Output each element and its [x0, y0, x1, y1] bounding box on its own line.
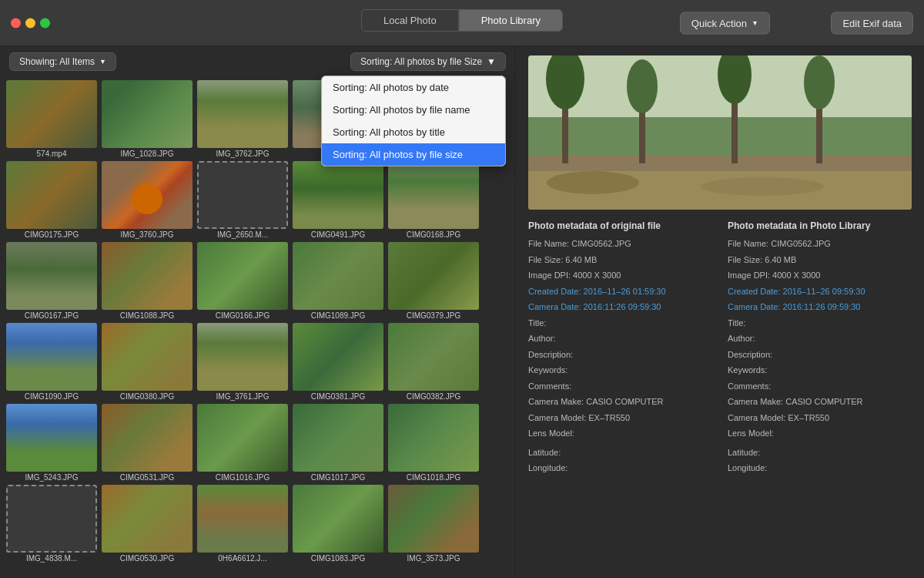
- meta-row: Author:: [728, 332, 912, 345]
- minimize-button[interactable]: [25, 18, 35, 28]
- meta-row: Comments:: [728, 380, 912, 393]
- photo-label: IMG_3573.JPG: [388, 554, 479, 563]
- meta-row: Camera Model: EX–TR550: [528, 412, 712, 425]
- photo-label: CIMG1083.JPG: [293, 554, 383, 563]
- photo-label: CIMG0491.JPG: [293, 230, 383, 239]
- list-item[interactable]: CIMG1088.JPG: [102, 242, 192, 320]
- meta-row: File Name: CIMG0562.JPG: [528, 237, 712, 250]
- sort-dropdown-menu: Sorting: All photos by date Sorting: All…: [321, 76, 506, 166]
- metadata-left-header: Photo metadata of original file: [528, 220, 712, 231]
- sort-dropdown-wrapper: Sorting: All photos by file Size ▼ Sorti…: [350, 52, 506, 71]
- metadata-left-column: Photo metadata of original file File Nam…: [528, 220, 712, 478]
- sort-option-date[interactable]: Sorting: All photos by date: [322, 76, 505, 99]
- list-item[interactable]: CIMG0491.JPG: [293, 161, 383, 239]
- sort-option-filename[interactable]: Sorting: All photos by file name: [322, 99, 505, 121]
- photo-thumbnail: [6, 323, 97, 391]
- list-item[interactable]: CIMG0530.JPG: [102, 485, 192, 563]
- close-button[interactable]: [11, 18, 21, 28]
- toolbar-row: Showing: All Items ▼ Sorting: All photos…: [0, 46, 515, 77]
- list-item[interactable]: CIMG0379.JPG: [388, 242, 479, 320]
- list-item[interactable]: CIMG0167.JPG: [6, 242, 97, 320]
- photo-thumbnail: [293, 242, 383, 310]
- list-item[interactable]: CIMG0168.JPG: [388, 161, 479, 239]
- quick-action-button[interactable]: Quick Action ▼: [680, 12, 770, 34]
- list-item[interactable]: CIMG0382.JPG: [388, 323, 479, 401]
- list-item[interactable]: CIMG1016.JPG: [197, 404, 288, 482]
- metadata-right-column: Photo metadata in Photo Library File Nam…: [728, 220, 912, 478]
- grid-row: CIMG0167.JPG CIMG1088.JPG CIMG0166.JPG C…: [6, 242, 509, 320]
- photo-thumbnail: [6, 485, 97, 553]
- meta-row-created-date: Created Date: 2016–11–26 01:59:30: [528, 285, 712, 298]
- meta-row: Comments:: [528, 380, 712, 393]
- list-item[interactable]: CIMG0166.JPG: [197, 242, 288, 320]
- tab-photo-library[interactable]: Photo Library: [459, 9, 563, 32]
- list-item[interactable]: IMG_2650.M...: [197, 161, 288, 239]
- sort-label: Sorting: All photos by file Size: [360, 56, 482, 67]
- meta-row: Image DPI: 4000 X 3000: [528, 269, 712, 282]
- meta-row: Latitude:: [728, 446, 912, 459]
- photo-thumbnail: [293, 404, 383, 472]
- photo-label: IMG_4838.M...: [6, 554, 97, 563]
- meta-row: Keywords:: [528, 364, 712, 377]
- svg-point-13: [701, 177, 824, 196]
- photo-label: CIMG0166.JPG: [197, 311, 288, 320]
- photo-label: CIMG0168.JPG: [388, 230, 479, 239]
- list-item[interactable]: IMG_3573.JPG: [388, 485, 479, 563]
- photo-thumbnail: [6, 161, 97, 229]
- left-panel: Showing: All Items ▼ Sorting: All photos…: [0, 46, 516, 578]
- tab-local-photo[interactable]: Local Photo: [361, 9, 459, 32]
- photo-label: IMG_3760.JPG: [102, 230, 192, 239]
- list-item[interactable]: IMG_3761.JPG: [197, 323, 288, 401]
- list-item[interactable]: 574.mp4: [6, 80, 97, 158]
- traffic-lights: [11, 18, 50, 28]
- list-item[interactable]: CIMG0175.JPG: [6, 161, 97, 239]
- list-item[interactable]: CIMG0381.JPG: [293, 323, 383, 401]
- photo-thumbnail: [102, 161, 192, 229]
- sort-arrow-icon: ▼: [487, 56, 496, 67]
- list-item[interactable]: CIMG1089.JPG: [293, 242, 383, 320]
- list-item[interactable]: CIMG1018.JPG: [388, 404, 479, 482]
- list-item[interactable]: CIMG0380.JPG: [102, 323, 192, 401]
- list-item[interactable]: CIMG1083.JPG: [293, 485, 383, 563]
- list-item[interactable]: IMG_5243.JPG: [6, 404, 97, 482]
- list-item[interactable]: IMG_1028.JPG: [102, 80, 192, 158]
- list-item[interactable]: CIMG1017.JPG: [293, 404, 383, 482]
- photo-label: CIMG0380.JPG: [102, 392, 192, 401]
- meta-row: Latitude:: [528, 446, 712, 459]
- meta-row: Author:: [528, 332, 712, 345]
- meta-row-camera-date-lib: Camera Date: 2016:11:26 09:59:30: [728, 301, 912, 314]
- photo-label: CIMG1088.JPG: [102, 311, 192, 320]
- meta-row: File Size: 6.40 MB: [528, 254, 712, 267]
- fullscreen-button[interactable]: [40, 18, 50, 28]
- sort-option-filesize[interactable]: Sorting: All photos by file size: [322, 143, 505, 166]
- photo-label: IMG_3762.JPG: [197, 150, 288, 158]
- meta-row: Description:: [528, 348, 712, 361]
- sort-button[interactable]: Sorting: All photos by file Size ▼: [350, 52, 506, 71]
- photo-thumbnail: [197, 404, 288, 472]
- showing-dropdown[interactable]: Showing: All Items ▼: [9, 52, 116, 71]
- list-item[interactable]: IMG_3760.JPG: [102, 161, 192, 239]
- photo-thumbnail: [6, 242, 97, 310]
- list-item[interactable]: CIMG1090.JPG: [6, 323, 97, 401]
- meta-row: Lens Model:: [528, 427, 712, 440]
- photo-thumbnail: [102, 485, 192, 553]
- sort-option-title[interactable]: Sorting: All photos by title: [322, 121, 505, 143]
- photo-thumbnail: [102, 80, 192, 148]
- photo-label: CIMG0167.JPG: [6, 311, 97, 320]
- list-item[interactable]: 0H6A6612.J...: [197, 485, 288, 563]
- meta-row: Camera Model: EX–TR550: [728, 412, 912, 425]
- edit-exif-button[interactable]: Edit Exif data: [831, 12, 913, 34]
- meta-row: Description:: [728, 348, 912, 361]
- list-item[interactable]: IMG_4838.M...: [6, 485, 97, 563]
- list-item[interactable]: CIMG0531.JPG: [102, 404, 192, 482]
- photo-thumbnail: [197, 323, 288, 391]
- photo-thumbnail: [388, 404, 479, 472]
- meta-row: Image DPI: 4000 X 3000: [728, 269, 912, 282]
- meta-row-created-date-lib: Created Date: 2016–11–26 09:59:30: [728, 285, 912, 298]
- list-item[interactable]: IMG_3762.JPG: [197, 80, 288, 158]
- metadata-right-header: Photo metadata in Photo Library: [728, 220, 912, 231]
- meta-row-camera-date: Camera Date: 2016:11:26 09:59:30: [528, 301, 712, 314]
- showing-arrow-icon: ▼: [99, 58, 106, 66]
- photo-label: IMG_1028.JPG: [102, 150, 192, 158]
- meta-row: File Name: CIMG0562.JPG: [728, 237, 912, 250]
